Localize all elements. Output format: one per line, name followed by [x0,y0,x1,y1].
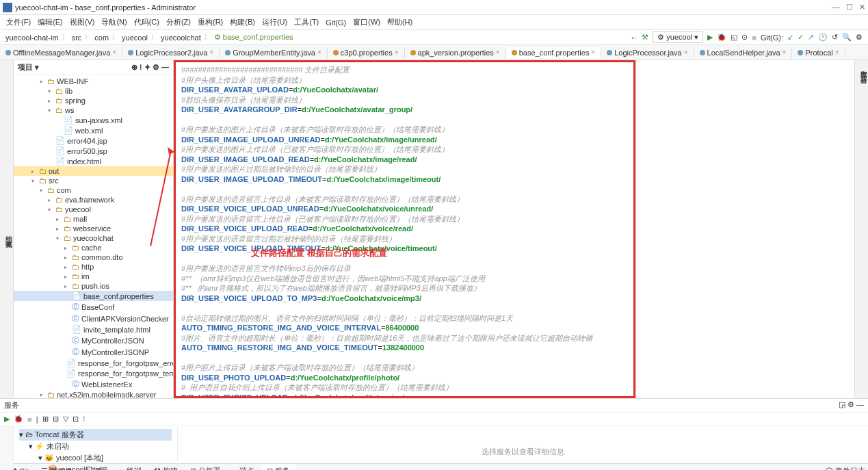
tree-item[interactable]: 📄error500.jsp [14,146,173,156]
back-icon[interactable]: ← [630,34,637,42]
tree-item[interactable]: ▾🗀lib [14,86,173,96]
close-icon[interactable]: × [209,49,213,56]
server-status[interactable]: ▾ ⚡ 未启动 [19,441,172,452]
tree-item[interactable]: ⒸMyControllerJSONP [14,346,173,358]
debug-icon[interactable]: 🐞 [14,415,23,423]
bottom-tab[interactable]: ●端点 [228,465,261,470]
editor-tab[interactable]: base_conf.properties× [506,47,602,58]
tree-item[interactable]: ▾🗀WEB-INF [14,77,173,86]
event-log-tab[interactable]: ◯ 事件日志 [825,466,865,470]
sidebar-header[interactable]: 项目 ▾ ⊕ ⁝ ✦ ⚙ — [14,60,173,75]
run-icon[interactable]: ▶ [4,415,10,423]
git-update-icon[interactable]: ↙ [787,33,793,42]
right-gutter[interactable]: 数据库 分析器 [854,60,868,398]
editor-tab[interactable]: LogicProcessor2.java× [122,47,220,58]
breadcrumb[interactable]: yuecool-chat-im〉src〉com〉yuecool〉yuecoolc… [5,32,293,42]
close-icon[interactable]: × [395,49,399,56]
left-gutter[interactable]: 结构 收藏夹 [0,60,14,398]
code-line[interactable]: #用户要发送的语音留言过期后被转储到的目录（结尾需要斜线） [181,234,628,244]
git-commit-icon[interactable]: ✓ [798,33,804,42]
editor-tab[interactable]: GroupMemberEntity.java× [220,47,328,58]
tree-item[interactable]: 📄response_for_forgotpsw_error.tem [14,358,173,368]
code-line[interactable]: #用户要发送的语音留言上传目录（已被客户端读取时存放的位置）（结尾需要斜线） [181,214,628,224]
tree-item[interactable]: ⒸWebListenerEx [14,378,173,390]
tree-item[interactable]: 📄error404.jsp [14,135,173,146]
tree-item[interactable]: ▸🗀webservice [14,224,173,233]
menu-item[interactable]: 编辑(E) [34,17,66,27]
code-line[interactable]: #用户要发送的图片上传目录（已被客户端读取时存放的位置）（结尾需要斜线） [181,144,628,155]
code-line[interactable]: #自动定期转储过期的图片、语音文件的扫描时间间隔（单位：毫秒）：目前定期扫描间隔… [181,313,628,324]
expand-icon[interactable]: ⊟ [53,415,59,423]
profile-icon[interactable]: ⊙ [741,33,748,42]
menu-item[interactable]: 文件(F) [3,17,34,27]
close-icon[interactable]: × [684,49,688,56]
menu-item[interactable]: 窗口(W) [350,17,384,27]
server-tree[interactable]: ▾ 🗁 Tomcat 服务器 ▾ ⚡ 未启动 ▾ 🐱 yuecool [本地] … [14,426,178,470]
editor-tab[interactable]: LogicProcessor.java× [601,47,694,58]
code-line[interactable] [181,303,628,313]
tree-item[interactable]: ▸🗀push.ios [14,281,173,291]
tree-item[interactable]: ▸🗀spring [14,96,173,105]
tree-item[interactable]: 📄base_conf.properties [14,291,173,301]
menu-item[interactable]: 运行(U) [259,17,291,27]
tree-item[interactable]: ⒸBaseConf [14,301,173,313]
menu-item[interactable]: 构建(B) [226,17,259,27]
code-line[interactable]: #用户要发送的语音留言上传目录（未被客户端读取时存放的位置）（结尾需要斜线） [181,194,628,205]
hammer-icon[interactable]: ⚒ [642,33,648,42]
code-line[interactable]: DIR_USER_PHOTO_UPLOAD=d:/YueCoolchatx/pr… [181,373,628,383]
tree-item[interactable]: 📄sun-jaxws.xml [14,115,173,125]
tree-item[interactable]: ▸🗀common.dto [14,252,173,262]
code-line[interactable] [181,353,628,363]
code-line[interactable]: #用户要发送的图片过期后被转储到的目录（结尾需要斜线） [181,164,628,174]
code-line[interactable]: DIR_USER_IMAGE_UPLOAD_TIMEOUT=d:/YueCool… [181,174,628,185]
code-line[interactable]: AUTO_TIMING_RESTORE_IMG_AND_VOICE_INTERV… [181,323,628,333]
editor-tab[interactable]: LocalSendHelper.java× [694,47,793,58]
menu-item[interactable]: 分析(Z) [163,17,194,27]
window-controls[interactable]: — ☐ ✕ [832,3,865,12]
services-header[interactable]: 服务 ◲ ⚙ — [0,399,868,413]
tree-item[interactable]: ▸🗀mall [14,214,173,224]
tree-item[interactable]: ▾🗀yuecool [14,205,173,214]
tree-item[interactable]: ▾🗀com [14,185,173,195]
panel-controls[interactable]: ◲ ⚙ — [839,400,864,410]
code-line[interactable] [181,115,628,125]
tree-icon[interactable]: ⊞ [42,415,49,423]
server-node[interactable]: ▾ 🐱 yuecool [本地] [19,452,172,464]
code-line[interactable]: #用户照片上传目录（未被客户端读取时存放的位置）（结尾需要斜线） [181,363,628,373]
code-line[interactable]: DIR_USER_VOICE_UPLOAD_TIMEOUT=d:/YueCool… [181,244,628,254]
tree-item[interactable]: ⒸClientAPKVersionChecker [14,313,173,324]
tree-item[interactable]: ▸🗀out [14,166,173,176]
code-line[interactable]: DIR_USER_IMAGE_UPLOAD_READ=d:/YueCoolcha… [181,155,628,165]
code-line[interactable]: ############################# 文件目录配置 [181,65,628,75]
sidebar-tools[interactable]: ⊕ ⁝ ✦ ⚙ — [131,63,169,72]
bottom-tab[interactable]: ☰TODO [36,465,77,470]
tree-item[interactable]: 📄index.html [14,156,173,166]
settings-icon[interactable]: ⚙ [856,33,863,42]
menu-item[interactable]: 导航(N) [98,17,130,27]
close-icon[interactable]: × [835,49,839,56]
git-rollback-icon[interactable]: ↺ [832,33,838,42]
code-editor[interactable]: 文件路径配置 根据自己的需求配置 #######################… [174,60,635,398]
bottom-tab[interactable]: ⚠问题 [79,465,114,470]
close-icon[interactable]: × [591,49,595,56]
tree-item[interactable]: ▸🗀http [14,262,173,272]
menu-item[interactable]: 工具(T) [291,17,322,27]
git-push-icon[interactable]: ↗ [808,33,814,42]
tree-item[interactable]: ▸🗀cache [14,243,173,252]
code-line[interactable] [181,254,628,264]
bottom-tab[interactable]: ⊞分析器 [185,465,226,470]
code-line[interactable]: #群组头像保存目录（结尾需要斜线） [181,95,628,105]
editor-tab[interactable]: apk_version.properties× [405,47,506,58]
code-line[interactable]: #用户要发送的图片上传目录（未被客户端读取时存放的位置）（结尾需要斜线） [181,125,628,135]
tree-item[interactable]: ▸🗀im [14,272,173,281]
close-icon[interactable]: × [317,49,321,56]
menu-item[interactable]: 重构(R) [194,17,226,27]
breadcrumb-segment[interactable]: src [72,34,82,42]
git-history-icon[interactable]: 🕐 [818,33,828,42]
code-line[interactable]: DIR_USER_VOICE_UPLOAD_TO_MP3=d:/YueCoolc… [181,293,628,304]
code-line[interactable]: #用户要发送的语音留言文件转码mp3后的保存目录 [181,263,628,274]
more-icon[interactable]: ⁝ [83,415,86,423]
bottom-tab[interactable]: ⎇Git [3,465,34,470]
menu-item[interactable]: 帮助(H) [384,17,416,27]
group-icon[interactable]: ⊡ [73,415,79,423]
